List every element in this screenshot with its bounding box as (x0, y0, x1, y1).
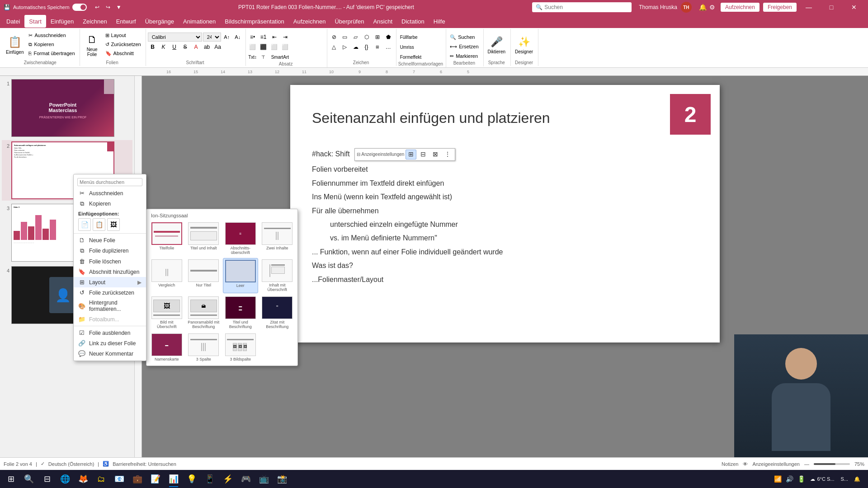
taskbar-explorer[interactable]: 🗂 (92, 470, 110, 488)
layout-titel-inhalt[interactable]: Titel und Inhalt (186, 221, 222, 256)
layout-3spalte[interactable]: 3 Spalte (186, 332, 222, 363)
layout-inhalt-ueberschrift[interactable]: Inhalt mit Überschrift (260, 258, 295, 293)
layout-panorama[interactable]: 🏔 Panoramabild mit Beschriftung (186, 295, 222, 330)
notification-icon[interactable]: 🔔 (852, 474, 863, 484)
menu-einfuegen[interactable]: Einfügen (46, 15, 78, 28)
select-button[interactable]: ✏ Markieren (448, 52, 480, 61)
fill-button[interactable]: Füllfarbe (398, 33, 424, 42)
menu-bildschirmpraesentaion[interactable]: Bildschirmpräsentation (220, 15, 289, 28)
menu-start[interactable]: Start (24, 15, 46, 28)
view-settings-toolbar[interactable]: ⊟ Anzeigeeinstellungen ⊞ ⊟ ⊠ ⋮ (354, 148, 455, 161)
layout-nur-titel[interactable]: Nur Titel (186, 258, 222, 293)
menu-animationen[interactable]: Animationen (179, 15, 220, 28)
replace-button[interactable]: ⟷ Ersetzen (448, 42, 480, 51)
taskbar-search[interactable]: 🔍 (20, 470, 38, 488)
section-button[interactable]: 🔖 Abschnitt (104, 49, 143, 58)
reset-button[interactable]: ↺ Zurücksetzen (104, 40, 143, 49)
taskbar-teams[interactable]: 💼 (128, 470, 146, 488)
slide-thumb-1[interactable]: 1 PowerPointMasterclass PRÄSENTIEREN WIE… (2, 78, 132, 138)
formeffect-button[interactable]: Formeffekt (398, 52, 424, 61)
search-ribbon-button[interactable]: 🔍 Suchen (448, 33, 480, 42)
taskbar-powerpoint[interactable]: 📊 (165, 470, 183, 488)
status-language[interactable]: Deutsch (Österreich) (48, 461, 94, 467)
taskbar-app-3[interactable]: ⚡ (219, 470, 237, 488)
font-color-button[interactable]: A (191, 42, 201, 52)
clock-widget[interactable]: S... (838, 475, 851, 483)
network-icon[interactable]: 📶 (772, 474, 783, 484)
smartart-button[interactable]: SmartArt (269, 52, 291, 61)
maximize-button[interactable]: □ (821, 0, 842, 14)
decrease-indent-button[interactable]: ⇤ (269, 33, 279, 42)
redo-button[interactable]: ↪ (103, 2, 113, 12)
align-left-button[interactable]: ⬜ (248, 42, 258, 52)
outline-button[interactable]: Umriss (398, 42, 424, 52)
context-search-input[interactable] (142, 178, 142, 186)
notizen-btn[interactable]: Notizen (722, 461, 738, 467)
menu-ueberpruefen[interactable]: Überprüfen (330, 15, 368, 28)
shape-7[interactable]: △ (329, 42, 339, 52)
taskbar-app-4[interactable]: 🎮 (237, 470, 255, 488)
search-input[interactable] (544, 4, 617, 10)
layout-titel-beschriftung[interactable]: ▬▬ Titel und Beschriftung (223, 295, 258, 330)
paste-button[interactable]: 📋 Einfügen (4, 31, 26, 60)
battery-icon[interactable]: 🔋 (796, 474, 807, 484)
search-box[interactable]: 🔍 (532, 2, 632, 12)
context-search[interactable] (142, 176, 146, 188)
layout-3bildspalte[interactable]: 🖼 🖼 🖼 3 Bildspalte (223, 332, 258, 363)
minimize-button[interactable]: — (798, 0, 819, 14)
slide-canvas[interactable]: 2 Seitenanzahl einfügen und platzieren #… (290, 85, 720, 343)
change-case-button[interactable]: Aa (213, 42, 223, 52)
ctx-bg-format[interactable]: 🎨 Hintergrund formatieren... (142, 298, 146, 314)
increase-font-button[interactable]: A↑ (222, 33, 232, 42)
shape-9[interactable]: ☁ (351, 42, 361, 52)
layout-zwei-inhalte[interactable]: Zwei Inhalte (260, 221, 295, 256)
share-icon[interactable]: 🔔 (699, 4, 707, 11)
ansicht-label[interactable]: Anzeigeeinstellungen (752, 461, 800, 467)
ctx-hide-slide[interactable]: ☑ Folie ausblenden (142, 328, 146, 338)
decrease-font-button[interactable]: A↓ (233, 33, 243, 42)
weather-widget[interactable]: ☁ 6°C S... (807, 476, 837, 482)
taskbar-app-6[interactable]: 📸 (273, 470, 291, 488)
ctx-new-slide[interactable]: 🗋 Neue Folie (142, 235, 146, 245)
slide-main-title[interactable]: Seitenanzahl einfügen und platzieren (312, 110, 550, 127)
layout-bild-ueberschrift[interactable]: 🖼 Bild mit Überschrift (149, 295, 184, 330)
undo-button[interactable]: ↩ (92, 2, 102, 12)
shape-arrange[interactable]: ⊞ (373, 42, 382, 52)
ctx-layout[interactable]: ⊞ Layout ▶ (142, 277, 146, 287)
numbered-list-button[interactable]: ≡1 (259, 33, 269, 42)
shape-2[interactable]: ▭ (340, 33, 350, 42)
ctx-cut[interactable]: ✂ Ausschneiden (142, 188, 146, 198)
layout-namenskarte[interactable]: ▬ Namenskarte (149, 332, 184, 363)
font-family-select[interactable]: Calibri (148, 33, 202, 42)
shape-10[interactable]: {} (362, 42, 372, 52)
menu-dictation[interactable]: Dictation (397, 15, 429, 28)
font-size-select[interactable]: 24 (203, 33, 221, 42)
menu-zeichnen[interactable]: Zeichnen (78, 15, 111, 28)
copy-button[interactable]: ⧉ Kopieren (27, 40, 76, 49)
slide-preview-1[interactable]: PowerPointMasterclass PRÄSENTIEREN WIE E… (11, 79, 114, 137)
autosave-toggle[interactable] (72, 4, 87, 11)
shape-1[interactable]: ⊘ (329, 33, 339, 42)
shape-5[interactable]: ⊞ (373, 33, 382, 42)
increase-indent-button[interactable]: ⇥ (280, 33, 290, 42)
vertical-align-button[interactable]: ⊤ (259, 52, 269, 61)
taskbar-onenote[interactable]: 📝 (146, 470, 165, 488)
taskbar-app-5[interactable]: 📺 (255, 470, 273, 488)
char-spacing-button[interactable]: ab (202, 42, 212, 52)
layout-zitat[interactable]: " Zitat mit Beschriftung (260, 295, 295, 330)
layout-titelfolie[interactable]: Titelfolie (149, 221, 184, 256)
justify-button[interactable]: ⬜ (280, 42, 290, 52)
view-icon-1[interactable]: ⊞ (406, 150, 416, 160)
quick-access-dropdown[interactable]: ▼ (114, 2, 124, 12)
strikethrough-button[interactable]: S (180, 42, 190, 52)
taskbar-firefox[interactable]: 🦊 (74, 470, 92, 488)
view-icon-4[interactable]: ⋮ (442, 150, 453, 160)
shape-more[interactable]: … (383, 42, 393, 52)
ctx-section[interactable]: 🔖 Abschnitt hinzufügen (142, 267, 146, 277)
ctx-delete[interactable]: 🗑 Folie löschen (142, 256, 146, 267)
close-button[interactable]: ✕ (844, 0, 864, 14)
layout-leer[interactable]: Leer (223, 258, 258, 293)
zoom-slider[interactable] (814, 463, 850, 465)
underline-button[interactable]: U (170, 42, 179, 52)
ctx-reset[interactable]: ↺ Folie zurücksetzen (142, 287, 146, 298)
